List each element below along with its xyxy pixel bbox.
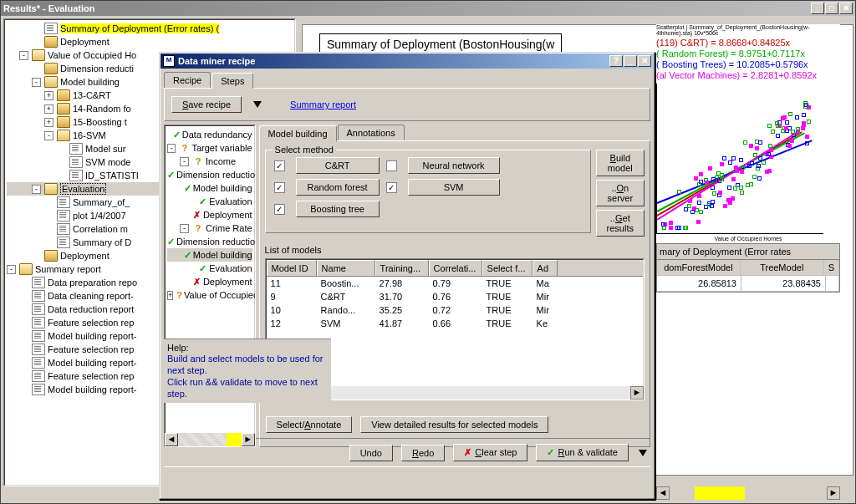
recipe-tree-item[interactable]: Model building xyxy=(167,181,252,195)
chart-icon xyxy=(57,210,70,221)
rf-checkbox[interactable] xyxy=(274,182,285,193)
doc-icon xyxy=(32,344,45,355)
run-dropdown-arrow-icon[interactable] xyxy=(639,450,647,456)
tree-toggle[interactable]: - xyxy=(44,131,54,140)
folder-icon xyxy=(44,36,58,48)
recipe-tree-item[interactable]: Deployment xyxy=(167,275,252,288)
recipe-tree-item[interactable]: -Crime Rate xyxy=(167,221,252,235)
summary-report-link[interactable]: Summary report xyxy=(290,99,356,109)
tree-toggle[interactable]: - xyxy=(32,78,41,87)
nn-checkbox[interactable] xyxy=(386,160,397,171)
column-header[interactable]: Name xyxy=(317,260,375,276)
bt-button[interactable]: Boosting tree xyxy=(296,201,380,217)
tree-toggle[interactable]: - xyxy=(7,265,16,274)
tree-toggle[interactable]: + xyxy=(44,91,54,100)
model-row[interactable]: 9C&RT31.700.76TRUEMir xyxy=(267,290,643,303)
column-header[interactable]: Ad xyxy=(532,260,558,276)
recipe-tree-item[interactable]: Deployment xyxy=(167,208,252,221)
tree-label: Feature selection rep xyxy=(48,318,134,328)
column-header[interactable]: Select f... xyxy=(482,260,532,276)
subtab-model-building[interactable]: Model building xyxy=(259,125,337,141)
tree-label: Summary of Deployment (Error rates) ( xyxy=(60,23,219,33)
clear-step-button[interactable]: ✗Clear step xyxy=(453,444,527,461)
recipe-tree-item[interactable]: Evaluation xyxy=(167,262,252,275)
recipe-tree-item[interactable]: +Value of Occupied Hom xyxy=(167,288,252,302)
doc-icon xyxy=(32,317,45,328)
model-row[interactable]: 10Rando...35.250.72TRUEMir xyxy=(267,303,643,317)
folder-open-icon xyxy=(32,49,45,61)
redo-button[interactable]: Redo xyxy=(401,445,445,461)
tree-toggle[interactable]: + xyxy=(167,291,173,300)
select-annotate-button[interactable]: Select/Annotate xyxy=(266,416,353,433)
column-header[interactable]: Correlati... xyxy=(429,260,482,276)
tree-label: 15-Boosting t xyxy=(73,117,127,127)
tree-toggle[interactable]: + xyxy=(44,104,54,114)
tab-steps[interactable]: Steps xyxy=(211,73,253,89)
on-server-button[interactable]: ..On server xyxy=(596,180,645,206)
dialog-help-button[interactable]: ? xyxy=(609,55,623,67)
column-header[interactable]: Model ID xyxy=(267,260,317,276)
tree-label: Summary of D xyxy=(73,237,131,247)
tree-item[interactable]: Deployment xyxy=(7,35,293,48)
model-row[interactable]: 11Boostin...27.980.79TRUEMa xyxy=(267,277,643,290)
minimize-button[interactable]: _ xyxy=(811,3,824,14)
tree-label: Feature selection rep xyxy=(48,344,134,354)
recipe-tree-item[interactable]: Dimension reduction xyxy=(167,235,252,248)
recipe-item-label: Target variable xyxy=(191,143,252,153)
recipe-hscrollbar[interactable]: ◄ ► xyxy=(165,433,255,446)
tree-label: 16-SVM xyxy=(73,130,106,140)
rf-button[interactable]: Random forest xyxy=(296,179,380,196)
q-icon xyxy=(176,289,182,301)
folder-open-icon xyxy=(44,183,58,195)
xaxis-label: Value of Occupied Homes xyxy=(656,236,840,242)
dialog-title: Data miner recipe xyxy=(178,56,609,66)
cart-button[interactable]: C&RT xyxy=(296,157,380,174)
svm-checkbox[interactable] xyxy=(386,182,397,193)
help-text: Build and select models to be used for n… xyxy=(167,353,328,400)
tab-recipe[interactable]: Recipe xyxy=(164,72,211,88)
dialog-titlebar: M Data miner recipe ? _ ✕ xyxy=(160,53,654,69)
tree-toggle[interactable]: - xyxy=(167,144,176,153)
dropdown-arrow-icon[interactable] xyxy=(253,101,262,108)
recipe-tree-item[interactable]: Dimension reduction xyxy=(167,168,252,181)
tree-label: Model sur xyxy=(85,144,125,154)
tree-label: Summary report xyxy=(35,264,101,274)
bg-hscrollbar[interactable]: ◄ ► xyxy=(656,486,840,500)
model-row[interactable]: 12SVM41.870.66TRUEKe xyxy=(267,317,643,330)
build-model-button[interactable]: Build model xyxy=(596,150,645,176)
recipe-tree-item[interactable]: Data redundancy xyxy=(167,128,252,141)
sub-tabs: Model building Annotations xyxy=(259,125,650,140)
undo-button[interactable]: Undo xyxy=(349,445,393,461)
recipe-tree-item[interactable]: Evaluation xyxy=(167,195,252,208)
check-icon xyxy=(198,196,208,207)
tree-item[interactable]: Summary of Deployment (Error rates) ( xyxy=(7,22,293,35)
tree-toggle[interactable]: - xyxy=(180,224,189,233)
run-validate-button[interactable]: ✓Run & validate xyxy=(536,444,629,461)
subtab-annotations[interactable]: Annotations xyxy=(338,125,405,140)
tree-toggle[interactable]: - xyxy=(19,51,28,60)
q-icon xyxy=(192,222,204,234)
svm-button[interactable]: SVM xyxy=(408,179,500,196)
nn-button[interactable]: Neural network xyxy=(408,157,500,174)
cart-checkbox[interactable] xyxy=(274,160,285,171)
save-recipe-button[interactable]: Save recipe xyxy=(171,96,242,113)
column-header[interactable]: Training... xyxy=(375,260,429,276)
get-results-button[interactable]: ..Get results xyxy=(596,210,645,237)
recipe-tree-item[interactable]: -Target variable xyxy=(167,141,252,155)
maximize-button[interactable]: □ xyxy=(825,3,838,14)
dialog-minimize-button[interactable]: _ xyxy=(624,55,637,67)
tree-toggle[interactable]: + xyxy=(44,118,54,127)
dialog-close-button[interactable]: ✕ xyxy=(638,55,651,67)
recipe-item-label: Value of Occupied Hom xyxy=(184,290,256,300)
tree-toggle[interactable]: - xyxy=(32,185,41,194)
doc-icon xyxy=(69,156,83,168)
doc-icon xyxy=(32,370,45,382)
recipe-tree-item[interactable]: Model building xyxy=(167,248,252,262)
tree-label: ID_STATISTI xyxy=(85,171,139,181)
close-button[interactable]: ✕ xyxy=(839,3,853,14)
recipe-tree-item[interactable]: -Income xyxy=(167,155,252,168)
results-titlebar: Results* - Evaluation _ □ ✕ xyxy=(1,1,855,16)
bt-checkbox[interactable] xyxy=(274,204,285,215)
view-detailed-button[interactable]: View detailed results for selected model… xyxy=(360,416,548,433)
tree-toggle[interactable]: - xyxy=(180,157,189,166)
